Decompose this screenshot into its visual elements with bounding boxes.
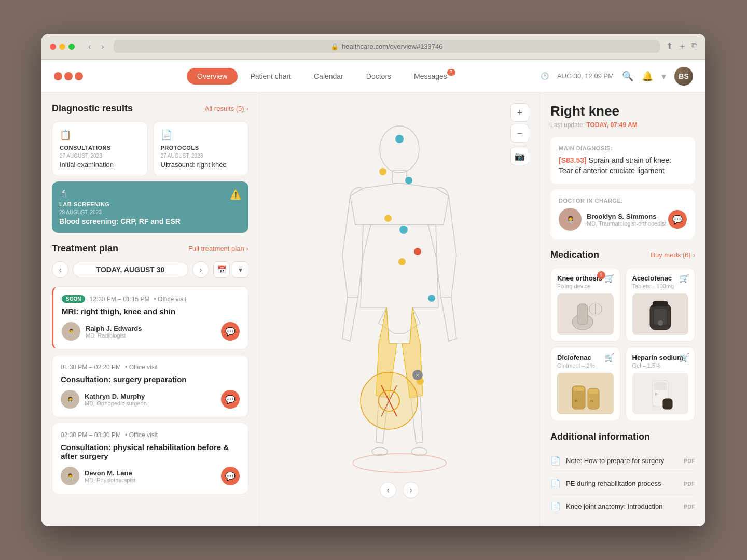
messages-badge: 7 bbox=[447, 69, 455, 76]
bell-icon[interactable]: 🔔 bbox=[642, 71, 653, 82]
tab-patient-chart[interactable]: Patient chart bbox=[240, 68, 301, 85]
doctor-details-2: Kathryn D. Murphy MD, Orthopedic surgeon bbox=[85, 393, 147, 407]
zoom-in-button[interactable]: + bbox=[510, 103, 529, 122]
info-left-2: 📄 PE during rehabilitation process bbox=[550, 479, 661, 488]
tab-overview[interactable]: Overview bbox=[187, 68, 238, 85]
info-item-1[interactable]: 📄 Note: How to prepare for surgery PDF bbox=[550, 450, 695, 472]
pdf-label-3: PDF bbox=[684, 503, 695, 510]
condition-title: Right knee bbox=[550, 103, 695, 119]
tab-messages[interactable]: Messages 7 bbox=[404, 68, 458, 85]
svg-text:×: × bbox=[416, 372, 419, 379]
protocols-icon: 📄 bbox=[161, 129, 241, 141]
svg-rect-25 bbox=[653, 301, 668, 306]
doctor-name-2: Kathryn D. Murphy bbox=[85, 393, 147, 400]
back-button[interactable]: ‹ bbox=[85, 41, 94, 52]
appointment-card-3[interactable]: 02:30 PM – 03:30 PM • Office visit Consu… bbox=[52, 423, 248, 494]
svg-rect-31 bbox=[589, 389, 598, 394]
camera-button[interactable]: 📷 bbox=[510, 147, 529, 165]
appt-type-3: • Office visit bbox=[125, 431, 158, 439]
appointment-card-2[interactable]: 01:30 PM – 02:20 PM • Office visit Consu… bbox=[52, 355, 248, 417]
med-card-1[interactable]: Knee orthosis Fixing device 1 🛒 bbox=[550, 268, 620, 342]
diagnostic-section-header: Diagnostic results All results (5) › bbox=[52, 103, 248, 114]
user-avatar[interactable]: BS bbox=[674, 67, 693, 86]
svg-point-9 bbox=[395, 135, 404, 143]
charge-doctor-chat-button[interactable]: 💬 bbox=[668, 210, 687, 229]
next-view-button[interactable]: › bbox=[403, 482, 419, 498]
tab-calendar[interactable]: Calendar bbox=[303, 68, 354, 85]
forward-button[interactable]: › bbox=[98, 41, 107, 52]
info-text-2: PE during rehabilitation process bbox=[566, 480, 661, 487]
tab-doctors[interactable]: Doctors bbox=[356, 68, 402, 85]
close-dot[interactable] bbox=[50, 44, 56, 50]
med-cart-1[interactable]: 🛒 bbox=[604, 273, 615, 283]
svg-point-27 bbox=[658, 320, 663, 326]
calendar-icon-btn[interactable]: 📅 bbox=[213, 261, 230, 278]
doctor-section: DOCTOR IN CHARGE: 👩‍⚕️ Brooklyn S. Simmo… bbox=[550, 189, 695, 239]
lab-screening-card[interactable]: 🔬 LAB SCREENING 29 AUGUST, 2023 Blood sc… bbox=[52, 181, 248, 233]
split-view-icon[interactable]: ⧉ bbox=[691, 41, 697, 52]
document-icon-1: 📄 bbox=[550, 456, 561, 466]
svg-text:B: B bbox=[590, 399, 593, 403]
chat-button-1[interactable]: 💬 bbox=[221, 322, 240, 341]
app-logo bbox=[54, 72, 83, 80]
med-card-3[interactable]: Diclofenac Ointment – 2% B B bbox=[550, 347, 620, 421]
appt-title-2: Consultation: surgery preparation bbox=[61, 375, 240, 384]
document-icon-3: 📄 bbox=[550, 501, 561, 511]
med-image-4: n bbox=[632, 373, 689, 414]
consultations-date: 27 AUGUST, 2023 bbox=[60, 153, 140, 159]
med-cart-2[interactable]: 🛒 bbox=[679, 273, 689, 283]
doctor-row-3: 👨‍⚕️ Devon M. Lane MD, Physiotherapist 💬 bbox=[61, 467, 240, 485]
svg-point-14 bbox=[414, 248, 421, 255]
document-icon-2: 📄 bbox=[550, 479, 561, 488]
share-icon[interactable]: ⬆ bbox=[666, 41, 673, 52]
main-content: Diagnostic results All results (5) › 📋 C… bbox=[42, 93, 706, 526]
appt-type-1: • Office visit bbox=[154, 296, 187, 303]
med-cart-3[interactable]: 🛒 bbox=[604, 353, 615, 362]
search-icon[interactable]: 🔍 bbox=[622, 71, 633, 82]
med-card-2[interactable]: Aceclofenac Tablets – 100mg 🛒 bbox=[626, 268, 696, 342]
date-navigation: ‹ TODAY, AUGUST 30 › 📅 ▾ bbox=[52, 261, 248, 278]
address-bar[interactable]: 🔒 healthcare.com/overview#133746 bbox=[114, 40, 660, 53]
pdf-label-1: PDF bbox=[684, 458, 695, 464]
med-type-1: Fixing device bbox=[557, 283, 614, 289]
date-icon-controls: 📅 ▾ bbox=[213, 261, 248, 278]
med-image-3: B B bbox=[557, 373, 614, 414]
doctor-row-2: 👩‍⚕️ Kathryn D. Murphy MD, Orthopedic su… bbox=[61, 390, 240, 409]
lab-desc: Blood screening: CRP, RF and ESR bbox=[59, 217, 241, 226]
med-image-1 bbox=[557, 293, 614, 335]
doctor-info-3: 👨‍⚕️ Devon M. Lane MD, Physiotherapist bbox=[61, 467, 135, 485]
svg-rect-35 bbox=[654, 382, 667, 390]
lab-icon: 🔬 bbox=[59, 189, 241, 197]
buy-meds-link[interactable]: Buy meds (6) › bbox=[651, 251, 695, 259]
all-results-link[interactable]: All results (5) › bbox=[205, 105, 248, 113]
new-tab-icon[interactable]: ＋ bbox=[678, 41, 686, 52]
svg-point-15 bbox=[398, 258, 406, 265]
consultations-title: CONSULTATIONS bbox=[60, 145, 140, 151]
chevron-down-icon[interactable]: ▾ bbox=[661, 71, 666, 82]
dropdown-btn[interactable]: ▾ bbox=[232, 261, 248, 278]
med-image-2 bbox=[632, 293, 689, 335]
maximize-dot[interactable] bbox=[68, 44, 75, 50]
chat-button-2[interactable]: 💬 bbox=[221, 390, 240, 409]
doctor-name-3: Devon M. Lane bbox=[85, 469, 135, 477]
consultations-card[interactable]: 📋 CONSULTATIONS 27 AUGUST, 2023 Initial … bbox=[52, 121, 148, 176]
protocols-title: PROTOCOLS bbox=[161, 145, 241, 151]
charge-doctor-name: Brooklyn S. Simmons bbox=[587, 213, 666, 220]
prev-view-button[interactable]: ‹ bbox=[380, 482, 396, 498]
info-item-2[interactable]: 📄 PE during rehabilitation process PDF bbox=[550, 472, 695, 495]
info-text-1: Note: How to prepare for surgery bbox=[566, 457, 664, 465]
full-plan-link[interactable]: Full treatment plan › bbox=[188, 245, 248, 253]
med-cart-4[interactable]: 🛒 bbox=[679, 353, 689, 362]
protocols-card[interactable]: 📄 PROTOCOLS 27 AUGUST, 2023 Ultrasound: … bbox=[153, 121, 249, 176]
prev-date-button[interactable]: ‹ bbox=[52, 261, 68, 278]
next-date-button[interactable]: › bbox=[192, 261, 209, 278]
protocols-date: 27 AUGUST, 2023 bbox=[161, 153, 241, 159]
svg-text:B: B bbox=[575, 399, 578, 403]
treatment-title: Treatment plan bbox=[52, 243, 118, 254]
appointment-card-1[interactable]: SOON 12:30 PM – 01:15 PM • Office visit … bbox=[52, 286, 248, 349]
info-item-3[interactable]: 📄 Knee joint anatomy: Introduction PDF bbox=[550, 495, 695, 517]
zoom-out-button[interactable]: − bbox=[510, 124, 529, 143]
med-card-4[interactable]: Heparin sodium Gel – 1.5% n 🛒 bbox=[626, 347, 696, 421]
chat-button-3[interactable]: 💬 bbox=[221, 467, 240, 485]
minimize-dot[interactable] bbox=[59, 44, 65, 50]
